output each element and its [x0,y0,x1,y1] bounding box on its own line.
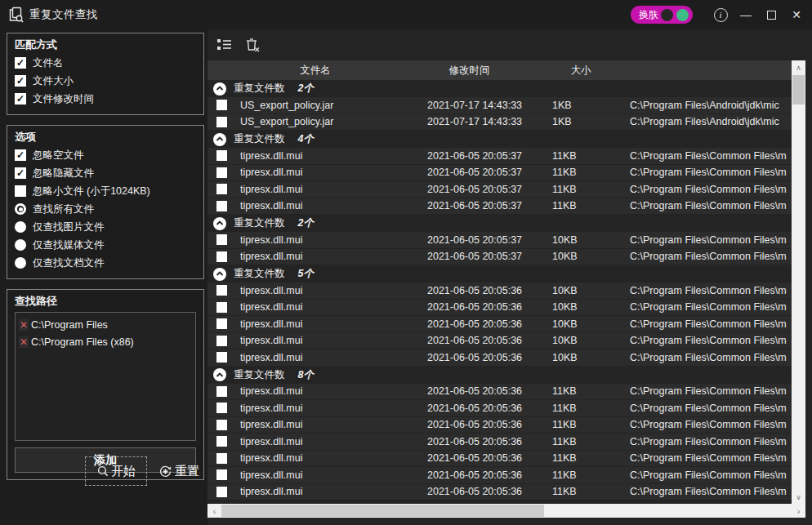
header-size[interactable]: 大小 [552,64,630,78]
row-checkbox[interactable] [216,100,227,110]
file-row[interactable]: tipresx.dll.mui2021-06-05 20:05:3611KBC:… [207,467,792,484]
row-checkbox[interactable] [216,150,227,161]
file-row[interactable]: tipresx.dll.mui2021-06-05 20:05:3611KBC:… [207,434,792,451]
start-button[interactable]: 开始 [85,456,147,486]
row-checkbox[interactable] [216,302,227,313]
collapse-icon[interactable] [213,217,226,230]
file-row[interactable]: tipresx.dll.mui2021-06-05 20:05:3610KBC:… [207,333,792,350]
checkbox-ignore-hidden[interactable]: ✓ 忽略隐藏文件 [15,164,196,182]
group-row[interactable]: 重复文件数4个 [207,131,792,148]
file-row[interactable]: tipresx.dll.mui2021-06-05 20:05:3711KBC:… [207,148,792,165]
file-row[interactable]: US_export_policy.jar2021-07-17 14:43:331… [207,97,792,114]
row-checkbox[interactable] [216,318,227,329]
group-row[interactable]: 重复文件数8个 [207,367,792,384]
remove-path-icon[interactable]: ✕ [19,319,29,331]
detail-list-icon[interactable] [216,36,234,54]
checkbox-icon[interactable]: ✓ [15,57,26,69]
checkbox-modified-time[interactable]: ✓ 文件修改时间 [15,90,196,108]
checkbox-icon[interactable] [15,185,26,197]
info-button[interactable]: i [712,6,729,24]
scroll-down-icon[interactable]: ∨ [792,490,805,504]
row-checkbox[interactable] [216,403,227,413]
horizontal-scroll-thumb[interactable] [221,505,544,517]
collapse-icon[interactable] [213,133,226,146]
file-row[interactable]: tipresx.dll.mui2021-06-05 20:05:3610KBC:… [207,300,792,317]
radio-document-files[interactable]: 仅查找文档文件 [15,254,196,272]
checkbox-icon[interactable]: ✓ [15,167,26,179]
file-row[interactable]: tipresx.dll.mui2021-06-05 20:05:3610KBC:… [207,283,792,300]
file-row[interactable]: tipresx.dll.mui2021-06-05 20:05:3611KBC:… [207,400,792,417]
row-checkbox[interactable] [216,352,227,363]
skin-toggle-button[interactable]: 换肤 [631,6,693,24]
row-checkbox[interactable] [216,469,227,480]
radio-icon[interactable] [15,221,26,233]
row-checkbox[interactable] [216,453,227,464]
file-row[interactable]: tipresx.dll.mui2021-06-05 20:05:3711KBC:… [207,181,792,198]
row-checkbox[interactable] [216,285,227,296]
minimize-button[interactable]: — [737,6,755,24]
checkbox-filesize[interactable]: ✓ 文件大小 [15,72,196,90]
radio-icon[interactable] [15,239,26,251]
checkbox-filename[interactable]: ✓ 文件名 [15,54,196,72]
scroll-left-icon[interactable]: ‹ [207,504,221,518]
row-checkbox[interactable] [216,487,227,497]
checkbox-cell [207,487,240,497]
file-row[interactable]: tipresx.dll.mui2021-06-05 20:05:3710KBC:… [207,232,792,249]
row-checkbox[interactable] [216,436,227,447]
checkbox-icon[interactable]: ✓ [15,75,26,87]
skin-dark-dot-icon[interactable] [661,9,673,21]
checkbox-icon[interactable]: ✓ [15,93,26,105]
file-name: tipresx.dll.mui [240,436,427,447]
skin-green-dot-icon[interactable] [676,9,689,21]
file-row[interactable]: tipresx.dll.mui2021-06-05 20:05:3611KBC:… [207,484,792,501]
maximize-button[interactable] [762,6,780,24]
scroll-up-icon[interactable]: ∧ [792,60,805,74]
file-row[interactable]: tipresx.dll.mui2021-06-05 20:05:3710KBC:… [207,249,792,266]
file-row[interactable]: tipresx.dll.mui2021-06-05 20:05:3611KBC:… [207,384,792,401]
group-row[interactable]: 重复文件数2个 [207,215,792,232]
row-checkbox[interactable] [216,234,227,245]
row-checkbox[interactable] [216,167,227,178]
file-row[interactable]: tipresx.dll.mui2021-06-05 20:05:3611KBC:… [207,417,792,434]
reset-button[interactable]: 重置 [158,456,199,486]
horizontal-scrollbar[interactable]: ‹ › [207,504,805,518]
radio-icon[interactable] [15,257,26,269]
file-row[interactable]: tipresx.dll.mui2021-06-05 20:05:3610KBC:… [207,349,792,367]
delete-selected-icon[interactable] [243,36,261,54]
row-checkbox[interactable] [216,336,227,346]
radio-icon[interactable] [15,203,26,215]
row-checkbox[interactable] [216,386,227,397]
checkbox-icon[interactable]: ✓ [15,149,26,161]
file-row[interactable]: tipresx.dll.mui2021-06-05 20:05:3611KBC:… [207,451,792,468]
row-checkbox[interactable] [216,420,227,430]
collapse-icon[interactable] [213,368,226,381]
row-checkbox[interactable] [216,201,227,211]
header-modified[interactable]: 修改时间 [427,64,552,78]
path-item[interactable]: ✕ C:\Program Files [19,316,192,333]
remove-path-icon[interactable]: ✕ [19,336,29,348]
close-button[interactable]: ✕ [787,6,805,24]
header-filename[interactable]: 文件名 [240,64,427,78]
vertical-scroll-thumb[interactable] [792,75,805,105]
group-row[interactable]: 重复文件数5个 [207,265,792,283]
scroll-right-icon[interactable]: › [792,504,805,518]
path-item[interactable]: ✕ C:\Program Files (x86) [19,333,192,350]
file-row[interactable]: tipresx.dll.mui2021-06-05 20:05:3610KBC:… [207,316,792,333]
checkbox-ignore-small[interactable]: 忽略小文件 (小于1024KB) [15,182,196,200]
group-row[interactable]: 重复文件数2个 [207,80,792,97]
options-section: 选项 ✓ 忽略空文件 ✓ 忽略隐藏文件 忽略小文件 (小于1024KB) 查找所… [7,125,204,279]
file-row[interactable]: tipresx.dll.mui2021-06-05 20:05:3711KBC:… [207,165,792,182]
radio-image-files[interactable]: 仅查找图片文件 [15,218,196,236]
vertical-scrollbar[interactable]: ∧ ∨ [792,60,805,504]
file-row[interactable]: tipresx.dll.mui2021-06-05 20:05:3711KBC:… [207,198,792,216]
file-date: 2021-06-05 20:05:37 [427,234,552,246]
file-row[interactable]: US_export_policy.jar2021-07-17 14:43:331… [207,114,792,131]
row-checkbox[interactable] [216,117,227,127]
collapse-icon[interactable] [213,82,226,96]
row-checkbox[interactable] [216,251,227,262]
radio-all-files[interactable]: 查找所有文件 [15,200,196,218]
collapse-icon[interactable] [213,268,226,281]
row-checkbox[interactable] [216,184,227,194]
checkbox-ignore-empty[interactable]: ✓ 忽略空文件 [15,146,196,164]
radio-media-files[interactable]: 仅查找媒体文件 [15,236,196,254]
